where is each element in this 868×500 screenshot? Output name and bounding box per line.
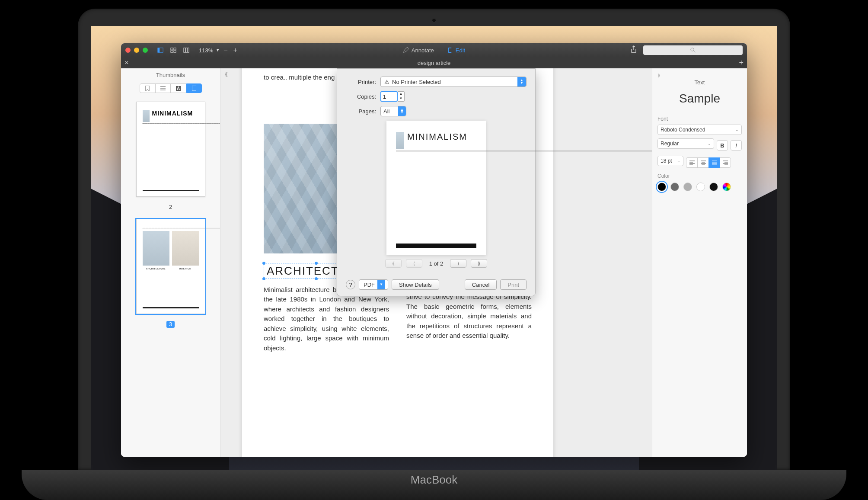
next-page-button[interactable]: ⟩ xyxy=(450,259,466,268)
thumb-image-placeholder xyxy=(143,110,150,122)
selection-handle[interactable] xyxy=(315,277,318,280)
step-up-icon[interactable]: ▲ xyxy=(398,92,404,96)
pages-value: All xyxy=(383,108,389,115)
svg-rect-5 xyxy=(174,51,176,52)
document-canvas[interactable]: ⟪ to crea.. multiple the eng ogy ano o s… xyxy=(220,68,652,457)
font-size-select[interactable]: 18 pt ⌄ xyxy=(657,156,683,166)
preview-navigation: ⟪ ⟨ 1 of 2 ⟩ ⟫ xyxy=(346,259,527,268)
collapse-inspector-icon[interactable]: ⟫ xyxy=(657,73,742,78)
scroll-indicator-icon: ⟪ xyxy=(225,71,228,77)
align-justify-button[interactable] xyxy=(708,157,720,168)
chevron-down-icon: ⌄ xyxy=(708,141,711,146)
color-picker-button[interactable] xyxy=(722,183,731,191)
italic-button[interactable]: I xyxy=(731,140,742,151)
laptop-frame: 113% ▼ − + Annotate Edit xyxy=(78,9,790,470)
svg-rect-7 xyxy=(185,48,187,53)
edit-button[interactable]: Edit xyxy=(447,47,465,54)
printer-label: Printer: xyxy=(346,79,376,85)
show-details-button[interactable]: Show Details xyxy=(392,279,439,290)
tab-add-button[interactable]: + xyxy=(739,58,744,67)
printer-select[interactable]: ⚠ No Printer Selected ▲▼ xyxy=(380,77,527,87)
preview-page-count: 1 of 2 xyxy=(427,260,446,267)
close-button[interactable] xyxy=(125,48,131,53)
macbook-mockup: 113% ▼ − + Annotate Edit xyxy=(0,0,868,500)
annotate-button[interactable]: Annotate xyxy=(403,47,434,54)
svg-rect-8 xyxy=(188,48,189,53)
tab-close-button[interactable]: ✕ xyxy=(121,60,132,66)
thumb-col-heading: INTERIOR xyxy=(172,267,199,270)
desktop-wallpaper: 113% ▼ − + Annotate Edit xyxy=(91,26,777,470)
preview-footer-bar xyxy=(396,244,476,248)
workspace: Thumbnails A xyxy=(121,68,747,457)
preview-title: MINIMALISM xyxy=(407,132,467,142)
pdf-dropdown[interactable]: PDF ▼ xyxy=(359,279,388,290)
color-section-label: Color xyxy=(657,173,742,179)
pdf-label: PDF xyxy=(364,282,375,288)
help-button[interactable]: ? xyxy=(346,280,355,289)
thumbnail-page-2[interactable]: MINIMALISM ▬▬▬▬▬▬▬▬▬▬▬▬▬▬▬▬▬▬▬▬▬▬▬▬▬▬▬▬▬… xyxy=(136,102,205,197)
step-down-icon[interactable]: ▼ xyxy=(398,96,404,101)
window-controls xyxy=(125,48,148,53)
thumbnail-page-number-selected: 3 xyxy=(166,321,175,328)
zoom-value[interactable]: 113% xyxy=(199,47,213,54)
preview-image-placeholder xyxy=(396,132,404,149)
bold-button[interactable]: B xyxy=(717,140,728,151)
outline-mode-button[interactable] xyxy=(155,83,171,93)
pages-label: Pages: xyxy=(346,108,376,115)
align-left-button[interactable] xyxy=(686,157,697,168)
color-swatch-dark[interactable] xyxy=(709,183,718,191)
color-swatch-black[interactable] xyxy=(657,183,666,191)
color-swatch-white[interactable] xyxy=(696,183,705,191)
selection-handle[interactable] xyxy=(315,262,318,265)
last-page-button[interactable]: ⟫ xyxy=(471,259,487,268)
columns-view-icon[interactable] xyxy=(182,46,191,54)
thumbnails-mode-button[interactable] xyxy=(186,83,202,93)
svg-rect-2 xyxy=(171,48,173,50)
annotations-mode-button[interactable]: A xyxy=(171,83,186,93)
copies-input[interactable] xyxy=(380,91,398,102)
font-family-select[interactable]: Roboto Condensed ⌄ xyxy=(657,125,742,135)
select-stepper-icon: ▲▼ xyxy=(398,106,406,116)
color-swatch-gray[interactable] xyxy=(670,183,679,191)
pages-select[interactable]: All ▲▼ xyxy=(380,106,406,116)
share-icon[interactable] xyxy=(630,45,637,55)
tab-bar: ✕ design article + xyxy=(121,57,747,68)
color-swatch-lightgray[interactable] xyxy=(683,183,692,191)
align-right-button[interactable] xyxy=(720,157,731,168)
sidebar-toggle-icon[interactable] xyxy=(156,46,165,54)
bookmark-mode-button[interactable] xyxy=(140,83,155,93)
print-actions: ? PDF ▼ Show Details Cancel Print xyxy=(346,274,527,290)
minimize-button[interactable] xyxy=(134,48,139,53)
zoom-out-button[interactable]: − xyxy=(222,46,229,54)
print-button[interactable]: Print xyxy=(500,279,527,290)
thumb-col-image xyxy=(143,231,169,266)
grid-view-icon[interactable] xyxy=(169,46,178,54)
tab-title[interactable]: design article xyxy=(418,60,451,66)
svg-rect-3 xyxy=(174,48,176,50)
copies-stepper[interactable]: ▲▼ xyxy=(398,91,405,102)
cancel-button[interactable]: Cancel xyxy=(465,279,497,290)
text-align-group xyxy=(686,157,731,168)
zoom-in-button[interactable]: + xyxy=(232,46,239,54)
selection-handle[interactable] xyxy=(262,262,265,265)
thumbnails-toolbar: A xyxy=(121,82,220,97)
thumb-body-lines: ▬▬▬▬▬▬▬▬▬▬▬▬▬▬▬▬▬▬▬▬▬▬▬▬▬▬▬▬▬▬▬▬▬▬▬▬▬▬▬▬… xyxy=(143,227,199,229)
chevron-down-icon: ⌄ xyxy=(735,128,739,132)
thumb-body-lines: ▬▬▬▬▬▬▬▬▬▬▬▬▬▬▬▬▬▬▬▬▬▬▬▬▬▬▬▬▬▬▬▬▬▬▬▬▬▬▬▬… xyxy=(143,122,199,124)
first-page-button[interactable]: ⟪ xyxy=(385,259,402,268)
align-center-button[interactable] xyxy=(697,157,708,168)
prev-page-button[interactable]: ⟨ xyxy=(406,259,422,268)
print-dialog: Printer: ⚠ No Printer Selected ▲▼ Copies… xyxy=(337,68,536,296)
warning-icon: ⚠ xyxy=(384,79,389,85)
selection-handle[interactable] xyxy=(262,277,265,280)
chevron-down-icon[interactable]: ▼ xyxy=(216,48,220,52)
search-input[interactable] xyxy=(643,45,743,55)
fullscreen-button[interactable] xyxy=(143,48,148,53)
font-section-label: Font xyxy=(657,116,742,122)
zoom-control: 113% ▼ − + xyxy=(199,46,239,54)
thumbnail-page-3[interactable]: ▬▬▬▬▬▬▬▬▬▬▬▬▬▬▬▬▬▬▬▬▬▬▬▬▬▬▬▬▬▬▬▬▬▬▬▬▬▬▬▬… xyxy=(136,219,205,314)
thumb-footer-bar xyxy=(143,307,199,308)
font-weight-select[interactable]: Regular ⌄ xyxy=(657,138,714,149)
thumb-col-heading: ARCHITECTURE xyxy=(143,267,169,270)
svg-rect-6 xyxy=(184,48,185,53)
